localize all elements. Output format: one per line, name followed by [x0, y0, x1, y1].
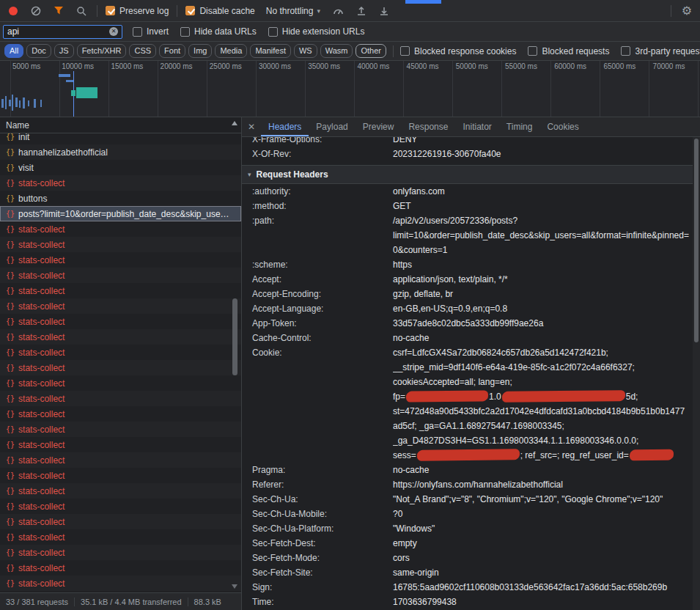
request-name: stats-collect [18, 301, 76, 312]
filter-bar: api ✕ InvertHide data URLsHide extension… [0, 22, 700, 42]
timeline-tick-label: 5000 ms [12, 62, 40, 70]
request-headers-section[interactable]: ▾ Request Headers [242, 165, 693, 184]
request-row[interactable]: {}buttons [0, 191, 241, 206]
request-row[interactable]: {}stats-collect [0, 483, 241, 499]
request-row[interactable]: {}visit [0, 160, 241, 175]
status-bar: 33 / 381 requests35.1 kB / 4.4 MB transf… [0, 592, 241, 610]
import-har-button[interactable] [354, 4, 369, 18]
export-har-icon [379, 6, 389, 16]
type-filter-fetch-xhr[interactable]: Fetch/XHR [77, 44, 127, 58]
tab-preview[interactable]: Preview [355, 117, 402, 136]
status-item: 33 / 381 requests [0, 598, 74, 606]
type-filter-all[interactable]: All [4, 44, 23, 58]
scroll-up-arrow-icon[interactable] [232, 121, 237, 125]
tab-timing[interactable]: Timing [499, 117, 540, 136]
type-filter-ws[interactable]: WS [294, 44, 317, 58]
tab-payload[interactable]: Payload [309, 117, 355, 136]
checkbox-blocked-response-cookies[interactable]: Blocked response cookies [400, 46, 516, 56]
request-row[interactable]: {}stats-collect [0, 545, 241, 560]
network-conditions-button[interactable] [331, 4, 346, 18]
timeline-overview[interactable]: 5000 ms10000 ms15000 ms20000 ms25000 ms3… [0, 61, 700, 117]
record-button[interactable] [6, 4, 21, 18]
request-row[interactable]: {}stats-collect [0, 375, 241, 391]
request-row[interactable]: {}stats-collect [0, 252, 241, 268]
scrollbar-thumb[interactable] [694, 139, 699, 342]
request-details-panel: ✕ HeadersPayloadPreviewResponseInitiator… [242, 117, 700, 610]
request-row[interactable]: {}stats-collect [0, 345, 241, 360]
request-row[interactable]: {}stats-collect [0, 529, 241, 545]
tab-headers[interactable]: Headers [261, 117, 309, 136]
checkbox-hide-extension-urls[interactable]: Hide extension URLs [268, 26, 365, 37]
tab-response[interactable]: Response [401, 117, 455, 136]
type-filter-wasm[interactable]: Wasm [320, 44, 353, 58]
type-filter-font[interactable]: Font [159, 44, 185, 58]
tab-cookies[interactable]: Cookies [539, 117, 586, 136]
request-row[interactable]: {}stats-collect [0, 422, 241, 437]
request-row[interactable]: {}stats-collect [0, 576, 241, 591]
request-row[interactable]: {}stats-collect [0, 283, 241, 298]
checkbox-box [621, 46, 630, 56]
header-value-text: st=472d48a90d5433bfc2a2d17042e4dfdcafd31… [393, 406, 685, 416]
request-name: stats-collect [18, 332, 76, 342]
request-row[interactable]: {}hannahelizabethofficial [0, 144, 241, 160]
request-row[interactable]: {}stats-collect [0, 514, 241, 529]
header-value-line: sess=; ref_src=; reg_ref_user_id= [393, 448, 690, 463]
error-script-icon: {} [6, 333, 15, 341]
type-filter-manifest[interactable]: Manifest [250, 44, 291, 58]
scrollbar-thumb[interactable] [232, 298, 237, 375]
details-scrollbar[interactable] [693, 137, 700, 610]
request-row[interactable]: {}stats-collect [0, 468, 241, 483]
type-filter-media[interactable]: Media [215, 44, 247, 58]
clear-button[interactable] [29, 4, 43, 18]
search-button[interactable] [74, 4, 89, 18]
export-har-button[interactable] [377, 4, 391, 18]
header-value: onlyfans.com [393, 184, 690, 199]
disable-cache-checkbox[interactable]: Disable cache [185, 6, 254, 16]
request-row[interactable]: {}stats-collect [0, 268, 241, 283]
checkbox-blocked-requests[interactable]: Blocked requests [528, 46, 609, 56]
type-filter-other[interactable]: Other [355, 44, 386, 58]
request-row[interactable]: {}stats-collect [0, 437, 241, 452]
request-row[interactable]: {}stats-collect [0, 452, 241, 468]
request-row[interactable]: {}stats-collect [0, 329, 241, 345]
close-icon[interactable]: ✕ [242, 122, 261, 132]
header-value-text: __stripe_mid=9df140f6-e64a-419e-85fc-a1c… [393, 362, 635, 372]
preserve-log-checkbox[interactable]: Preserve log [106, 6, 169, 16]
type-filter-js[interactable]: JS [54, 44, 74, 58]
clear-filter-icon[interactable]: ✕ [109, 27, 118, 36]
header-value-text: ad5cf; _ga=GA1.1.689275447.1698003345; [393, 421, 564, 431]
checkbox-invert[interactable]: Invert [133, 26, 169, 37]
checkbox-3rd-party-requests[interactable]: 3rd-party requests [621, 46, 700, 56]
filter-toggle-button[interactable] [51, 4, 66, 18]
status-item: 35.1 kB / 4.4 MB transferred [74, 598, 188, 606]
request-row[interactable]: {}stats-collect [0, 175, 241, 191]
request-row[interactable]: {}init [0, 133, 241, 144]
throttling-select[interactable]: No throttling ▾ [263, 4, 323, 18]
requests-scrollbar[interactable] [231, 119, 239, 591]
request-row[interactable]: {}stats-collect [0, 560, 241, 576]
request-row[interactable]: {}stats-collect [0, 406, 241, 422]
settings-button[interactable]: ⚙ [679, 4, 694, 18]
type-filter-img[interactable]: Img [188, 44, 212, 58]
type-filter-css[interactable]: CSS [129, 44, 156, 58]
request-row[interactable]: {}stats-collect [0, 499, 241, 514]
request-row[interactable]: {}stats-collect [0, 314, 241, 329]
header-value: https [393, 257, 690, 272]
request-row[interactable]: {}stats-collect [0, 221, 241, 237]
header-value-text: ; ref_src=; reg_ref_user_id= [520, 450, 629, 460]
activity-bar [28, 100, 29, 106]
error-script-icon: {} [6, 548, 15, 556]
tab-initiator[interactable]: Initiator [455, 117, 498, 136]
request-row[interactable]: {}stats-collect [0, 391, 241, 406]
request-row[interactable]: {}stats-collect [0, 360, 241, 375]
filter-input[interactable]: api ✕ [3, 25, 122, 39]
request-row[interactable]: {}stats-collect [0, 237, 241, 252]
header-value: 33d57ade8c02dbc5a333db99ff9ae26a [393, 316, 690, 331]
request-row[interactable]: {}posts?limit=10&order=publish_date_desc… [0, 206, 241, 221]
header-row: Sec-Ch-Ua-Mobile:?0 [242, 507, 693, 521]
name-column-header[interactable]: Name [0, 117, 241, 133]
checkbox-hide-data-urls[interactable]: Hide data URLs [180, 26, 257, 37]
type-filter-doc[interactable]: Doc [26, 44, 51, 58]
scroll-down-arrow-icon[interactable] [232, 584, 237, 589]
request-row[interactable]: {}stats-collect [0, 298, 241, 314]
